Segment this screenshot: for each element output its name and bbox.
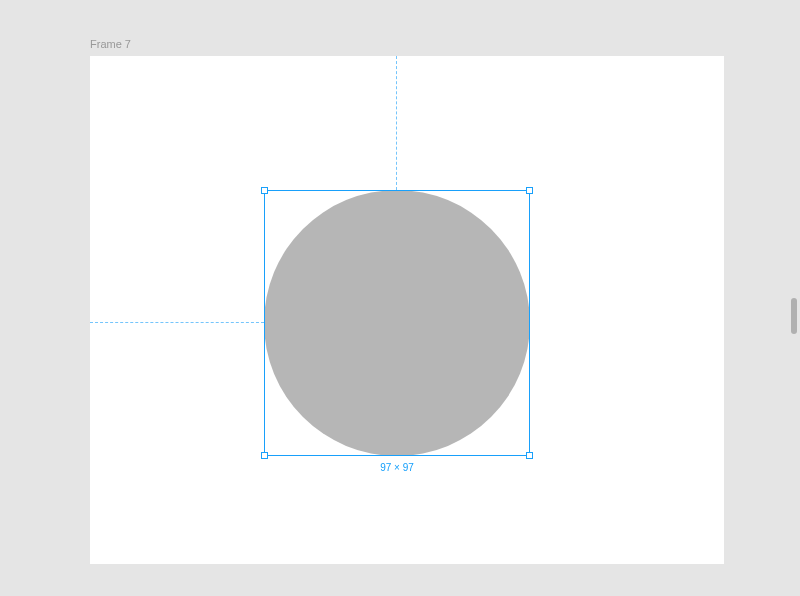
frame-label[interactable]: Frame 7: [90, 38, 131, 50]
scrollbar-vertical-thumb[interactable]: [791, 298, 797, 334]
canvas[interactable]: Frame 7 97 × 97: [0, 0, 800, 596]
ellipse-shape[interactable]: [264, 190, 530, 456]
selection-dimension-label: 97 × 97: [264, 462, 530, 473]
